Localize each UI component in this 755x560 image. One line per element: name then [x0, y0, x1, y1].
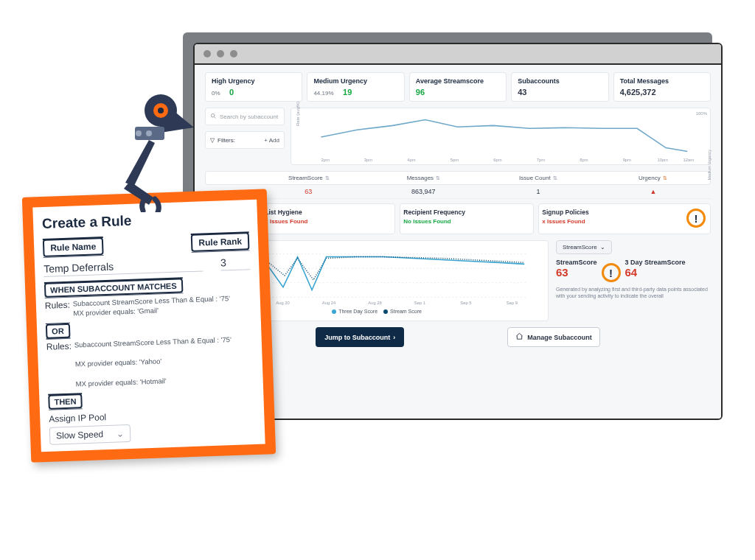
svg-text:Sep 5: Sep 5: [460, 301, 472, 305]
urgency-warning-icon: ▲: [596, 188, 711, 195]
stat-value: 0: [229, 88, 234, 97]
svg-text:Aug 24: Aug 24: [322, 301, 336, 305]
add-filter-button[interactable]: + Add: [264, 137, 279, 144]
legend-dot-icon: [332, 309, 336, 314]
svg-point-0: [212, 113, 215, 117]
svg-point-26: [158, 108, 164, 113]
rule-rank-label: Rule Rank: [191, 232, 249, 252]
cell-messages: 863,947: [366, 188, 481, 195]
rule-rank-input[interactable]: 3: [220, 254, 251, 270]
stat-value: 4,625,372: [620, 88, 656, 97]
rules-label: Rules:: [45, 300, 70, 311]
jump-to-subaccount-button[interactable]: Jump to Subaccount ›: [316, 327, 404, 347]
mid-row: Search by subaccount ▽ Filters: + Add Ra…: [205, 108, 711, 165]
sort-icon: ⇅: [553, 175, 557, 181]
x-icon: x: [542, 218, 545, 225]
rule-line: MX provider equals: 'Hotmail': [76, 377, 167, 389]
col-issue-count[interactable]: Issue Count⇅: [481, 175, 595, 181]
score-value: 64: [625, 266, 686, 279]
button-label: Jump to Subaccount: [324, 334, 390, 341]
search-placeholder: Search by subaccount: [220, 113, 278, 120]
traffic-light-icon: [203, 50, 211, 57]
callout-body: Create a Rule Rule Name Rule Rank Temp D…: [32, 200, 265, 452]
ip-pool-select[interactable]: Slow Speed: [49, 424, 131, 445]
dashboard-body: High Urgency 0% 0 Medium Urgency 44.19% …: [195, 65, 721, 419]
left-controls: Search by subaccount ▽ Filters: + Add: [205, 108, 285, 165]
svg-text:Aug 28: Aug 28: [368, 301, 382, 305]
traffic-light-icon: [230, 50, 237, 57]
stat-value: 19: [343, 88, 352, 97]
stat-sub: 44.19%: [313, 90, 333, 97]
svg-text:10pm: 10pm: [657, 158, 668, 162]
filters-label: Filters:: [218, 137, 235, 144]
score-panel: StreamScore ⌄ StreamScore 63 ! 3 Day Str…: [556, 240, 711, 321]
dropdown-value: StreamScore: [563, 244, 597, 251]
svg-text:5pm: 5pm: [450, 158, 459, 162]
svg-marker-31: [124, 181, 153, 205]
assign-ip-pool-label: Assign IP Pool: [49, 407, 255, 424]
stat-value: 43: [518, 88, 526, 97]
svg-text:6pm: 6pm: [493, 158, 501, 162]
issue-card-recipient-frequency[interactable]: Recipient Frequency No Issues Found: [400, 203, 534, 234]
stat-subaccounts: Subaccounts 43: [511, 72, 608, 102]
when-label: WHEN SUBACCOUNT MATCHES: [44, 278, 183, 298]
stat-label: Medium Urgency: [313, 77, 397, 85]
col-streamscore[interactable]: StreamScore⇅: [251, 175, 366, 181]
issue-title: List Hygiene: [265, 209, 392, 216]
score-description: Generated by analyzing first and third-p…: [556, 287, 711, 300]
issue-title: Signup Policies: [542, 209, 707, 216]
then-label: THEN: [48, 393, 83, 410]
legend-item: Stream Score: [390, 309, 422, 314]
alert-icon: !: [686, 209, 706, 228]
svg-text:12am: 12am: [683, 158, 694, 162]
col-urgency[interactable]: Urgency⇅: [596, 175, 710, 181]
chevron-down-icon: ⌄: [600, 244, 605, 251]
create-rule-callout: Create a Rule Rule Name Rule Rank Temp D…: [22, 189, 276, 462]
search-input[interactable]: Search by subaccount: [205, 108, 285, 125]
issue-card-list-hygiene[interactable]: List Hygiene x Issues Found: [261, 203, 395, 234]
stats-row: High Urgency 0% 0 Medium Urgency 44.19% …: [205, 72, 711, 102]
sort-icon: ⇅: [436, 175, 440, 181]
svg-text:Sep 1: Sep 1: [414, 301, 425, 305]
stat-label: Subaccounts: [518, 77, 602, 85]
home-icon: [515, 332, 523, 342]
bottom-row: Aug 16 Aug 20 Aug 24 Aug 28 Sep 1 Sep 5 …: [205, 240, 711, 321]
svg-text:Aug 20: Aug 20: [276, 301, 290, 305]
svg-text:Sep 9: Sep 9: [507, 301, 518, 305]
sort-icon: ⇅: [325, 175, 330, 181]
y-axis-right-max: 100%: [696, 111, 707, 116]
filters-control[interactable]: ▽ Filters: + Add: [205, 131, 285, 149]
stat-value: 96: [416, 88, 425, 97]
rule-line: Subaccount StreamScore Less Than & Equal…: [74, 335, 253, 350]
rule-name-label: Rule Name: [43, 237, 104, 257]
svg-point-28: [136, 130, 142, 136]
issue-card-signup-policies[interactable]: Signup Policies x Issues Found !: [538, 203, 711, 234]
svg-marker-30: [125, 140, 155, 186]
cell-issues: 1: [481, 188, 596, 195]
action-buttons-row: Jump to Subaccount › Manage Subaccount: [205, 327, 711, 347]
svg-text:7pm: 7pm: [537, 158, 545, 162]
col-messages[interactable]: Messages⇅: [366, 175, 481, 181]
manage-subaccount-button[interactable]: Manage Subaccount: [507, 327, 600, 347]
issue-status: Issues Found: [270, 218, 308, 225]
sort-icon: ⇅: [663, 175, 667, 181]
y-axis-left-label: Rate (avg%): [296, 102, 300, 126]
score-label: 3 Day StreamScore: [625, 259, 686, 266]
score-metric-dropdown[interactable]: StreamScore ⌄: [556, 240, 612, 254]
svg-line-1: [215, 116, 216, 118]
stat-label: Average Streamscore: [416, 77, 500, 85]
subaccount-table-header: StreamScore⇅ Messages⇅ Issue Count⇅ Urge…: [205, 171, 711, 185]
svg-text:2pm: 2pm: [321, 158, 329, 162]
svg-point-29: [146, 130, 152, 136]
issue-title: Recipient Frequency: [403, 209, 530, 216]
traffic-light-icon: [217, 50, 224, 57]
table-row[interactable]: 63 863,947 1 ▲: [205, 185, 711, 199]
window-titlebar: [195, 44, 721, 65]
chevron-right-icon: ›: [393, 334, 395, 341]
stat-sub: 0%: [212, 90, 220, 97]
select-value: Slow Speed: [56, 429, 103, 441]
stat-avg-streamscore: Average Streamscore 96: [409, 72, 507, 102]
rule-name-input[interactable]: Temp Deferrals: [44, 256, 203, 277]
overview-chart: Rate (avg%) 100% Medium Urgency 2pm 3pm …: [290, 108, 711, 165]
robot-arm-icon: [109, 87, 198, 212]
